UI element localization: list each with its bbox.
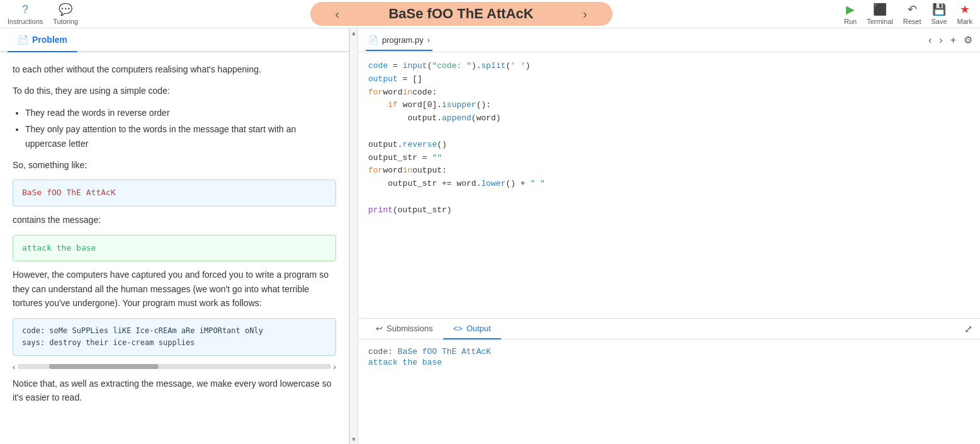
scroll-right-btn[interactable]: › <box>334 362 336 372</box>
code-line-8: output_str = "" <box>358 152 980 165</box>
code-text: if word[0].isupper(): <box>368 99 491 112</box>
run-button[interactable]: ▶ Run <box>844 3 857 25</box>
code-text: for <box>368 164 383 178</box>
add-file-button[interactable]: + <box>950 34 956 46</box>
save-button[interactable]: 💾 Save <box>931 3 947 25</box>
submissions-icon: ↩ <box>376 324 383 333</box>
terminal-icon: ⬛ <box>873 3 887 16</box>
message-example-block: attack the base <box>13 235 336 262</box>
horizontal-scrollbar[interactable] <box>18 364 330 369</box>
toolbar-center: ‹ BaSe fOO ThE AttAcK › <box>78 2 844 26</box>
settings-button[interactable]: ⚙ <box>964 34 972 46</box>
nav-right-button[interactable]: › <box>939 34 942 46</box>
instructions-label: Instructions <box>8 18 43 25</box>
problem-tab[interactable]: 📄 Problem <box>8 28 77 52</box>
code-text: code = input("code: ").split(' ') <box>368 60 531 73</box>
run-label: Run <box>844 18 857 25</box>
output-label: Output <box>466 324 491 333</box>
mark-label: Mark <box>957 18 972 25</box>
bullet-item-2: They only pay attention to the words in … <box>25 122 336 151</box>
scroll-down-btn[interactable]: ▼ <box>349 435 358 444</box>
so-something-text: So, something like: <box>13 158 336 172</box>
chat-icon: 💬 <box>59 3 72 16</box>
code-line-4: if word[0].isupper(): <box>358 99 980 112</box>
reset-button[interactable]: ↶ Reset <box>903 3 921 25</box>
bottom-tabs: ↩ Submissions <> Output ⤢ <box>358 319 980 339</box>
submissions-label: Submissions <box>386 324 433 333</box>
intro-text: to each other without the computers real… <box>13 62 336 76</box>
tutoring-label: Tutoring <box>53 18 78 25</box>
code-line-2: output = [] <box>358 73 980 86</box>
run-icon: ▶ <box>846 3 855 16</box>
left-panel-content[interactable]: to each other without the computers real… <box>0 52 349 444</box>
code-line-6 <box>358 125 980 139</box>
code-line-5: output.append(word) <box>358 112 980 125</box>
code-text: output = [] <box>368 73 422 86</box>
terminal-label: Terminal <box>867 18 893 25</box>
input-example-block: code: soMe SuPPLies liKE Ice-cREAm aRe i… <box>13 318 336 356</box>
reset-label: Reset <box>903 18 921 25</box>
code-line-3: for word in code: <box>358 86 980 100</box>
output-result-value: attack the base <box>368 358 442 367</box>
code-line-9: for word in output: <box>358 164 980 178</box>
output-area: code: BaSe fOO ThE AttAcK attack the bas… <box>358 339 980 444</box>
filename: program.py <box>382 35 424 45</box>
tutoring-button[interactable]: 💬 Tutoring <box>53 3 78 25</box>
output-code-value: BaSe fOO ThE AttAcK <box>398 347 491 356</box>
output-line-1: code: BaSe fOO ThE AttAcK <box>368 347 970 356</box>
code-line-7: output.reverse() <box>358 139 980 152</box>
right-panel: 📄 program.py › ‹ › + ⚙ code = input("cod… <box>358 28 980 444</box>
next-challenge-button[interactable]: › <box>583 7 587 21</box>
file-chevron-icon: › <box>427 35 430 45</box>
challenge-title: BaSe fOO ThE AttAcK <box>388 6 533 22</box>
save-label: Save <box>931 18 947 25</box>
code-example-block: BaSe fOO ThE AttAcK <box>13 179 336 207</box>
output-code-label: code: <box>368 347 398 356</box>
toolbar-right: ▶ Run ⬛ Terminal ↶ Reset 💾 Save ★ Mark <box>844 3 972 25</box>
output-line-2: attack the base <box>368 358 970 367</box>
left-panel: 📄 Problem to each other without the comp… <box>0 28 349 444</box>
scroll-up-btn[interactable]: ▲ <box>349 28 358 38</box>
notice-text: Notice that, as well as extracting the m… <box>13 377 336 405</box>
bullet-list: They read the words in reverse order The… <box>25 106 336 151</box>
expand-button[interactable]: ⤢ <box>964 323 972 335</box>
prev-challenge-button[interactable]: ‹ <box>335 7 340 21</box>
editor-header-actions: ‹ › + ⚙ <box>928 34 972 46</box>
code-line-12: print(output_str) <box>358 204 980 217</box>
file-tab[interactable]: 📄 program.py › <box>366 30 432 51</box>
code-line-1: code = input("code: ").split(' ') <box>358 60 980 73</box>
output-tab[interactable]: <> Output <box>443 319 501 339</box>
code-text: output_str = "" <box>368 152 442 165</box>
reset-icon: ↶ <box>908 3 917 16</box>
code-line-10: output_str += word.lower() + " " <box>358 178 980 191</box>
scroll-left-btn[interactable]: ‹ <box>13 362 15 372</box>
bottom-tab-group: ↩ Submissions <> Output <box>366 319 501 339</box>
question-icon: ? <box>22 3 28 16</box>
code-line-11 <box>358 191 980 204</box>
file-icon: 📄 <box>368 35 378 45</box>
nav-left-button[interactable]: ‹ <box>928 34 932 46</box>
toolbar: ? Instructions 💬 Tutoring ‹ BaSe fOO ThE… <box>0 0 980 28</box>
instructions-button[interactable]: ? Instructions <box>8 3 43 25</box>
bottom-panel: ↩ Submissions <> Output ⤢ code: BaSe fOO… <box>358 318 980 444</box>
intro2-text: To do this, they are using a simple code… <box>13 84 336 98</box>
terminal-button[interactable]: ⬛ Terminal <box>867 3 893 25</box>
mark-button[interactable]: ★ Mark <box>957 3 972 25</box>
mark-icon: ★ <box>960 3 970 16</box>
says-line: says: destroy their ice-cream supplies <box>22 337 327 349</box>
main-content: 📄 Problem to each other without the comp… <box>0 28 980 444</box>
output-icon: <> <box>453 324 463 333</box>
code-text: output.append(word) <box>368 112 501 125</box>
save-icon: 💾 <box>932 3 946 16</box>
however-text: However, the computers have captured you… <box>13 268 336 310</box>
code-text <box>368 191 373 204</box>
code-editor[interactable]: code = input("code: ").split(' ') output… <box>358 52 980 318</box>
left-panel-tabs: 📄 Problem <box>0 28 349 52</box>
code-text: for <box>368 86 383 100</box>
left-panel-scrollbar[interactable]: ▲ ▼ <box>349 28 358 444</box>
bullet-item-1: They read the words in reverse order <box>25 106 336 120</box>
code-text: output_str += word.lower() + " " <box>368 178 545 191</box>
submissions-tab[interactable]: ↩ Submissions <box>366 319 443 339</box>
document-icon: 📄 <box>18 35 28 45</box>
code-text <box>368 125 373 139</box>
